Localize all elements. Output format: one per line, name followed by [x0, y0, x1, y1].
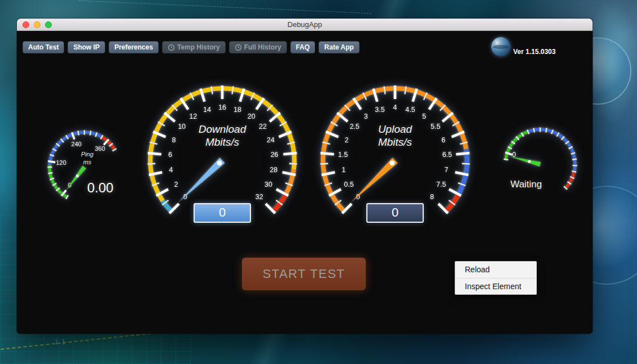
zoom-button[interactable]: [45, 21, 52, 28]
wallpaper-dashed-line: [79, 1, 371, 14]
ping-gauge-label: Ping ms: [70, 151, 104, 167]
upload-value: 0: [392, 205, 398, 219]
app-window: DebugApp Auto TestShow IPPreferencesTemp…: [17, 19, 593, 334]
upload-gauge-name: Upload: [339, 123, 451, 136]
toolbar-button-show-ip[interactable]: Show IP: [68, 41, 105, 53]
minimize-button[interactable]: [34, 21, 41, 28]
toolbar: Auto TestShow IPPreferencesTemp HistoryF…: [23, 41, 360, 53]
clock-icon: [168, 44, 175, 51]
svg-text:6.5: 6.5: [442, 151, 452, 159]
svg-text:26: 26: [271, 151, 279, 159]
ping-gauge-dial: 0120240360: [34, 116, 135, 218]
svg-text:2: 2: [174, 181, 178, 188]
svg-text:0.5: 0.5: [344, 181, 353, 188]
svg-text:4.5: 4.5: [405, 106, 415, 114]
toolbar-button-label: Rate App: [324, 43, 353, 51]
context-menu-item-reload[interactable]: Reload: [455, 262, 536, 278]
toolbar-button-label: Full History: [244, 43, 281, 51]
svg-text:8: 8: [430, 193, 434, 201]
svg-text:14: 14: [203, 106, 211, 114]
svg-text:1.5: 1.5: [338, 151, 348, 159]
window-title: DebugApp: [17, 19, 593, 30]
wallpaper-glow: [586, 0, 637, 124]
toolbar-button-label: FAQ: [296, 43, 310, 51]
svg-text:7.5: 7.5: [436, 181, 446, 188]
svg-text:28: 28: [270, 166, 277, 174]
toolbar-button-label: Show IP: [73, 43, 100, 51]
svg-text:7: 7: [445, 166, 448, 174]
svg-text:12: 12: [189, 113, 197, 120]
context-menu-item-inspect-element[interactable]: Inspect Element: [455, 278, 536, 294]
app-logo-icon: [491, 37, 510, 56]
svg-text:240: 240: [71, 141, 82, 147]
status-gauge-dial: 0: [490, 114, 591, 215]
ping-gauge-name: Ping: [70, 151, 104, 159]
svg-text:4: 4: [169, 166, 173, 174]
toolbar-button-faq[interactable]: FAQ: [290, 41, 316, 53]
svg-text:16: 16: [218, 104, 226, 111]
toolbar-button-full-history: Full History: [229, 41, 287, 53]
toolbar-button-temp-history: Temp History: [162, 41, 226, 53]
download-gauge-unit: Mbits/s: [166, 136, 279, 149]
toolbar-button-preferences[interactable]: Preferences: [109, 41, 159, 53]
svg-text:5: 5: [422, 113, 426, 120]
desktop-background: 11 DebugApp Auto TestShow IPPreferencesT…: [0, 0, 637, 364]
upload-gauge-unit: Mbits/s: [339, 136, 451, 149]
download-gauge-name: Download: [166, 123, 279, 136]
svg-text:18: 18: [234, 106, 241, 114]
download-value: 0: [219, 205, 226, 219]
svg-text:3.5: 3.5: [375, 106, 384, 114]
svg-text:120: 120: [56, 159, 66, 166]
toolbar-button-label: Temp History: [177, 43, 220, 51]
svg-text:4: 4: [393, 104, 397, 111]
toolbar-button-rate-app[interactable]: Rate App: [318, 41, 359, 53]
wallpaper-corner-text: 11: [54, 338, 69, 346]
ping-gauge-unit: ms: [70, 159, 104, 167]
toolbar-button-label: Preferences: [114, 43, 153, 51]
upload-gauge-title: Upload Mbits/s: [339, 123, 451, 149]
version-label: Ver 1.15.0303: [513, 48, 555, 56]
ping-value: 0.00: [87, 180, 114, 196]
window-titlebar[interactable]: DebugApp: [17, 19, 593, 31]
svg-text:30: 30: [264, 181, 272, 188]
upload-value-box: 0: [366, 203, 424, 223]
svg-text:32: 32: [255, 193, 263, 201]
close-button[interactable]: [23, 21, 29, 28]
toolbar-button-label: Auto Test: [28, 43, 59, 51]
svg-text:6: 6: [168, 151, 172, 159]
traffic-lights: [23, 21, 52, 28]
svg-text:3: 3: [364, 113, 368, 120]
svg-text:20: 20: [248, 113, 255, 120]
download-value-box: 0: [194, 203, 251, 223]
status-label: Waiting: [492, 179, 560, 190]
start-test-button[interactable]: START TEST: [242, 258, 366, 290]
toolbar-button-auto-test[interactable]: Auto Test: [23, 41, 64, 53]
svg-text:1: 1: [342, 166, 346, 174]
download-gauge-title: Download Mbits/s: [166, 123, 279, 149]
context-menu: ReloadInspect Element: [455, 261, 537, 295]
clock-icon: [235, 44, 242, 51]
